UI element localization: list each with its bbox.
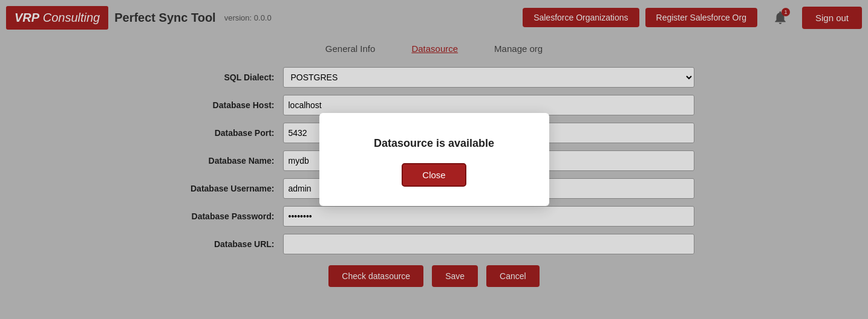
modal-overlay[interactable]: Datasource is available Close <box>0 0 868 319</box>
modal-title: Datasource is available <box>356 137 513 150</box>
modal-box: Datasource is available Close <box>319 113 549 206</box>
modal-close-button[interactable]: Close <box>402 163 466 187</box>
